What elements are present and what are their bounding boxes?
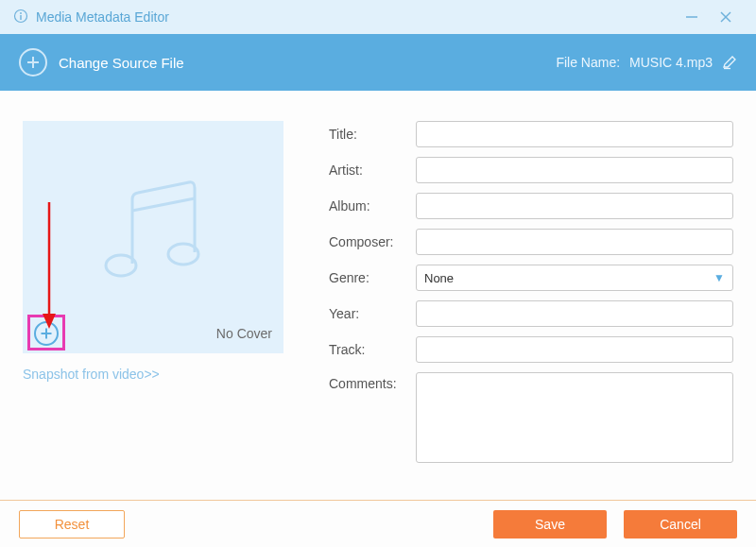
cover-panel: No Cover Snapshot from video>> [23, 121, 284, 500]
track-input[interactable] [416, 336, 733, 363]
svg-point-9 [106, 255, 136, 276]
cancel-button[interactable]: Cancel [624, 510, 737, 538]
content-area: No Cover Snapshot from video>> Title: Ar… [0, 91, 756, 500]
comments-label: Comments: [329, 372, 408, 391]
file-name-value: MUSIC 4.mp3 [629, 55, 713, 70]
change-source-label: Change Source File [59, 55, 184, 71]
file-name-group: File Name: MUSIC 4.mp3 [556, 55, 737, 70]
no-cover-label: No Cover [216, 326, 272, 341]
add-cover-button[interactable] [34, 321, 59, 346]
toolbar: Change Source File File Name: MUSIC 4.mp… [0, 34, 756, 91]
footer: Reset Save Cancel [0, 500, 756, 547]
artist-label: Artist: [329, 162, 408, 178]
album-input[interactable] [416, 193, 733, 219]
genre-select[interactable]: None ▼ [416, 265, 733, 291]
comments-input[interactable] [416, 372, 733, 463]
plus-icon [19, 48, 47, 77]
genre-label: Genre: [329, 270, 408, 285]
minimize-button[interactable] [675, 0, 709, 34]
file-name-label: File Name: [556, 55, 620, 70]
cover-preview: No Cover [23, 121, 284, 353]
svg-point-10 [168, 244, 198, 265]
metadata-form: Title: Artist: Album: Composer: Genre: N… [329, 121, 733, 500]
composer-label: Composer: [329, 234, 408, 249]
music-note-icon [87, 169, 219, 305]
track-label: Track: [329, 342, 408, 357]
info-icon [13, 9, 28, 26]
title-label: Title: [329, 127, 408, 142]
change-source-button[interactable]: Change Source File [19, 48, 184, 77]
app-title: Media Metadata Editor [36, 9, 169, 25]
year-input[interactable] [416, 300, 733, 327]
composer-input[interactable] [416, 229, 733, 255]
year-label: Year: [329, 306, 408, 321]
titlebar: Media Metadata Editor [0, 0, 756, 34]
save-button[interactable]: Save [493, 510, 607, 538]
genre-value: None [424, 271, 454, 285]
svg-rect-2 [20, 15, 21, 20]
chevron-down-icon: ▼ [713, 271, 725, 284]
svg-point-1 [20, 12, 22, 14]
snapshot-from-video-link[interactable]: Snapshot from video>> [23, 367, 284, 382]
edit-filename-button[interactable] [722, 55, 737, 70]
album-label: Album: [329, 198, 408, 214]
title-input[interactable] [416, 121, 733, 147]
artist-input[interactable] [416, 157, 733, 183]
reset-button[interactable]: Reset [19, 510, 125, 538]
close-button[interactable] [709, 0, 743, 34]
